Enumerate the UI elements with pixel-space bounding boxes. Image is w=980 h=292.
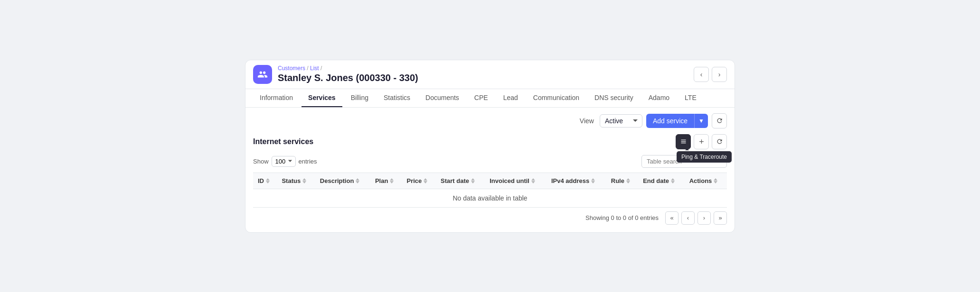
add-service-button-group: Add service ▼ <box>646 114 708 128</box>
prev-page-button[interactable]: ‹ <box>681 211 695 225</box>
tab-statistics[interactable]: Statistics <box>377 89 417 107</box>
internet-services-section: Internet services Ping & Traceroute Show <box>245 134 735 232</box>
section-header: Internet services Ping & Traceroute <box>253 134 727 149</box>
breadcrumb: Customers / List / <box>278 65 418 72</box>
show-entries: Show 100 10 25 50 entries <box>253 156 317 167</box>
col-id[interactable]: ID <box>253 173 277 189</box>
avatar <box>253 65 272 84</box>
tab-cpe[interactable]: CPE <box>468 89 495 107</box>
col-ipv4-address[interactable]: IPv4 address <box>547 173 606 189</box>
entries-label: entries <box>299 158 317 165</box>
tab-adamo[interactable]: Adamo <box>642 89 676 107</box>
show-label: Show <box>253 158 269 165</box>
tab-information[interactable]: Information <box>253 89 300 107</box>
add-row-button[interactable] <box>694 134 709 149</box>
services-toolbar: View Active All Inactive Add service ▼ <box>245 108 735 134</box>
sort-icon-end-date <box>671 178 675 183</box>
tab-dns-security[interactable]: DNS security <box>588 89 640 107</box>
sort-icon-rule <box>626 178 630 183</box>
tabs-bar: Information Services Billing Statistics … <box>245 89 735 108</box>
page-title: Stanley S. Jones (000330 - 330) <box>278 73 418 83</box>
header-left: Customers / List / Stanley S. Jones (000… <box>253 65 418 84</box>
add-service-button[interactable]: Add service <box>646 114 694 128</box>
table-search-input[interactable] <box>641 155 727 168</box>
first-page-button[interactable]: « <box>665 211 678 225</box>
section-title: Internet services <box>253 137 313 146</box>
header-navigation: ‹ › <box>694 67 727 82</box>
view-select[interactable]: Active All Inactive <box>600 114 642 128</box>
next-page-button[interactable]: › <box>697 211 711 225</box>
col-price[interactable]: Price <box>402 173 436 189</box>
col-rule[interactable]: Rule <box>606 173 638 189</box>
main-refresh-button[interactable] <box>712 113 727 128</box>
breadcrumb-customers[interactable]: Customers <box>278 65 305 72</box>
col-plan[interactable]: Plan <box>370 173 402 189</box>
table-empty-row: No data available in table <box>253 189 727 207</box>
tab-services[interactable]: Services <box>302 89 342 107</box>
tab-communication[interactable]: Communication <box>527 89 586 107</box>
sort-icon-invoiced-until <box>531 178 535 183</box>
section-actions: Ping & Traceroute <box>676 134 727 149</box>
col-actions[interactable]: Actions <box>685 173 727 189</box>
table-controls: Show 100 10 25 50 entries <box>253 155 727 168</box>
entries-select[interactable]: 100 10 25 50 <box>272 156 296 167</box>
internet-services-table: ID Status Description <box>253 173 727 208</box>
page-header: Customers / List / Stanley S. Jones (000… <box>245 60 735 89</box>
sort-icon-price <box>424 178 427 183</box>
col-status[interactable]: Status <box>277 173 315 189</box>
tab-lead[interactable]: Lead <box>497 89 525 107</box>
pagination-info: Showing 0 to 0 of 0 entries <box>585 214 659 221</box>
col-invoiced-until[interactable]: Invoiced until <box>485 173 547 189</box>
sort-icon-actions <box>714 178 717 183</box>
col-description[interactable]: Description <box>315 173 370 189</box>
next-nav-button[interactable]: › <box>712 67 727 82</box>
breadcrumb-list[interactable]: List <box>310 65 319 72</box>
table-header-row: ID Status Description <box>253 173 727 189</box>
add-service-dropdown-button[interactable]: ▼ <box>694 114 708 128</box>
section-refresh-button[interactable] <box>712 134 727 149</box>
last-page-button[interactable]: » <box>714 211 727 225</box>
sort-icon-start-date <box>471 178 475 183</box>
tab-billing[interactable]: Billing <box>344 89 375 107</box>
sort-icon-description <box>356 178 359 183</box>
prev-nav-button[interactable]: ‹ <box>694 67 709 82</box>
ping-traceroute-button[interactable] <box>676 134 691 149</box>
tab-lte[interactable]: LTE <box>678 89 703 107</box>
sort-icon-id <box>266 178 270 183</box>
sort-icon-ipv4 <box>591 178 595 183</box>
view-label: View <box>580 117 594 125</box>
sort-icon-plan <box>390 178 394 183</box>
col-end-date[interactable]: End date <box>638 173 684 189</box>
sort-icon-status <box>302 178 306 183</box>
no-data-message: No data available in table <box>253 189 727 207</box>
breadcrumb-block: Customers / List / Stanley S. Jones (000… <box>278 65 418 83</box>
tab-documents[interactable]: Documents <box>419 89 466 107</box>
col-start-date[interactable]: Start date <box>436 173 485 189</box>
pagination-bar: Showing 0 to 0 of 0 entries « ‹ › » <box>253 208 727 225</box>
